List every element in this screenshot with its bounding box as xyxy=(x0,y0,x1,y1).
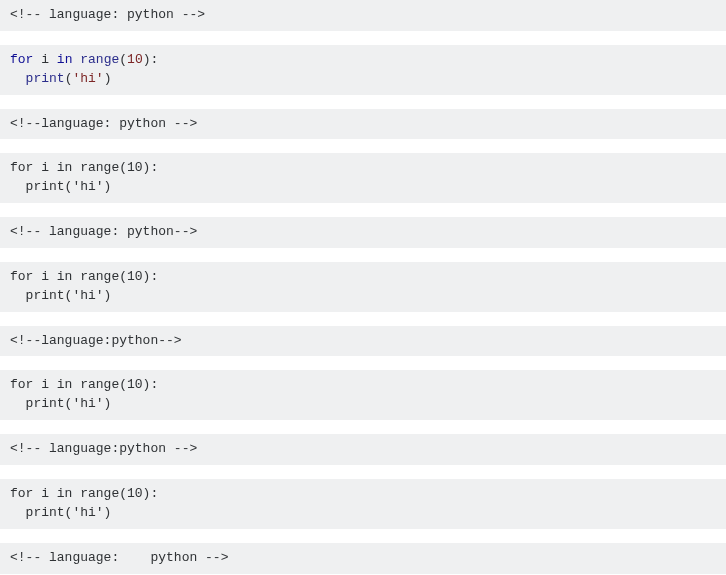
code-token: range xyxy=(80,52,119,67)
language-hint-text: <!-- language:python --> xyxy=(10,441,197,456)
code-text: for i in range(10): print('hi') xyxy=(10,160,158,194)
code-text: for i in range(10): print('hi') xyxy=(10,269,158,303)
code-text: for i in range(10): print('hi') xyxy=(10,486,158,520)
language-hint-block: <!-- language:python --> xyxy=(0,434,726,465)
code-token: 10 xyxy=(127,52,143,67)
language-hint-block: <!--language: python --> xyxy=(0,109,726,140)
code-token: i xyxy=(41,52,49,67)
language-hint-text: <!-- language: python --> xyxy=(10,550,228,565)
language-hint-text: <!-- language: python --> xyxy=(10,7,205,22)
language-hint-block: <!-- language: python--> xyxy=(0,217,726,248)
code-token: print xyxy=(26,71,65,86)
code-token: ): xyxy=(143,52,159,67)
language-hint-block: <!-- language: python --> xyxy=(0,543,726,574)
language-hint-text: <!-- language: python--> xyxy=(10,224,197,239)
code-text: for i in range(10): print('hi') xyxy=(10,377,158,411)
code-token: ) xyxy=(104,71,112,86)
code-block: for i in range(10): print('hi') xyxy=(0,153,726,203)
code-token xyxy=(10,71,26,86)
code-token: ( xyxy=(119,52,127,67)
code-block: for i in range(10): print('hi') xyxy=(0,370,726,420)
language-hint-block: <!-- language: python --> xyxy=(0,0,726,31)
language-hint-text: <!--language:python--> xyxy=(10,333,182,348)
code-block: for i in range(10): print('hi') xyxy=(0,262,726,312)
code-block: for i in range(10): print('hi') xyxy=(0,479,726,529)
code-token: 'hi' xyxy=(72,71,103,86)
language-hint-block: <!--language:python--> xyxy=(0,326,726,357)
code-block: for i in range(10): print('hi') xyxy=(0,45,726,95)
language-hint-text: <!--language: python --> xyxy=(10,116,197,131)
code-token: in xyxy=(57,52,73,67)
code-token xyxy=(49,52,57,67)
code-token: for xyxy=(10,52,33,67)
